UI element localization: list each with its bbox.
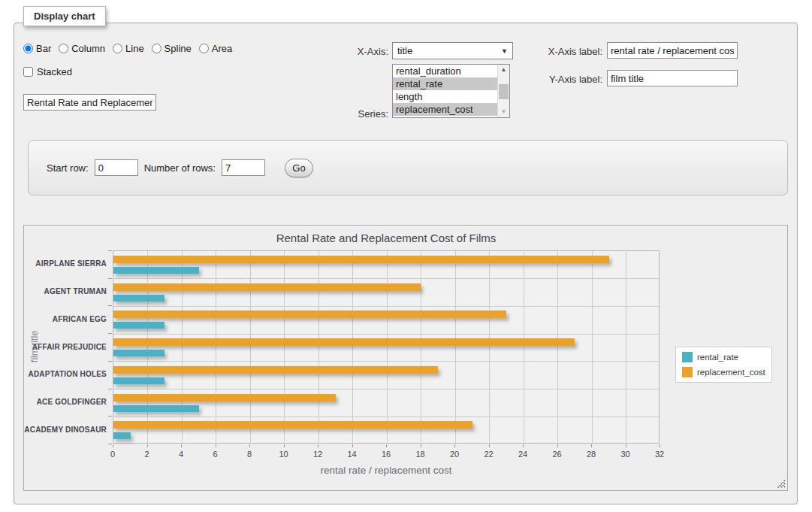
category-label: ACE GOLDFINGER (24, 398, 107, 406)
x-tick-mark (386, 444, 387, 447)
x-axis-select[interactable]: title ▼ (392, 42, 513, 59)
horizontal-gridline (113, 417, 659, 417)
chart-type-radio-line[interactable] (113, 44, 122, 53)
start-row-label: Start row: (47, 162, 89, 174)
y-tick-mark (108, 305, 112, 306)
x-axis-select-value: title (397, 45, 412, 56)
horizontal-gridline (113, 361, 659, 362)
x-tick-label: 30 (616, 450, 635, 459)
chart-type-radio-spline[interactable] (152, 44, 161, 53)
vertical-gridline (592, 251, 593, 443)
series-option-length[interactable]: length (393, 90, 497, 103)
x-tick-mark (216, 444, 216, 447)
x-axis-select-label: X-Axis: (313, 46, 388, 57)
y-tick-mark (108, 389, 112, 389)
x-tick-mark (626, 444, 626, 447)
x-tick-mark (454, 444, 455, 447)
x-tick-label: 4 (171, 450, 191, 459)
bar-replacement_cost (113, 366, 438, 374)
scroll-down-icon[interactable]: ▼ (498, 107, 509, 117)
vertical-gridline (182, 251, 183, 443)
bar-rental_rate (113, 377, 165, 384)
vertical-gridline (387, 251, 388, 443)
x-tick-mark (318, 444, 318, 447)
horizontal-gridline (113, 389, 659, 389)
chart-type-item-column: Column (59, 43, 105, 54)
bar-replacement_cost (113, 311, 506, 318)
category-label: ADAPTATION HOLES (24, 370, 107, 378)
rows-panel: Start row: Number of rows: Go (28, 140, 788, 195)
x-tick-label: 14 (343, 450, 362, 459)
bar-rental_rate (113, 322, 165, 329)
num-rows-input[interactable] (222, 159, 265, 176)
x-tick-mark (249, 444, 250, 447)
x-axis-label-input[interactable] (607, 42, 738, 59)
chart-legend: rental_ratereplacement_cost (675, 347, 772, 383)
plot-area (113, 250, 660, 444)
chart-title-input[interactable] (23, 94, 156, 111)
y-tick-mark (108, 278, 112, 279)
chart-type-item-bar: Bar (23, 43, 51, 54)
y-axis-label-input[interactable] (607, 70, 738, 86)
legend-label-rental_rate: rental_rate (697, 353, 738, 362)
vertical-gridline (352, 251, 353, 443)
series-option-rental_duration[interactable]: rental_duration (393, 65, 497, 77)
chart-type-label-bar: Bar (36, 43, 51, 54)
category-label: AIRPLANE SIERRA (24, 259, 107, 268)
x-tick-mark (591, 444, 592, 447)
num-rows-label: Number of rows: (144, 162, 216, 174)
start-row-input[interactable] (95, 159, 138, 176)
vertical-gridline (284, 251, 285, 443)
chart-type-label-area: Area (212, 43, 232, 54)
stacked-label: Stacked (37, 66, 72, 77)
y-tick-mark (108, 250, 112, 251)
legend-row-replacement_cost: replacement_cost (682, 367, 765, 377)
chart-type-radio-bar[interactable] (23, 44, 33, 53)
category-label: ACADEMY DINOSAUR (24, 426, 107, 434)
chart-title: Rental Rate and Replacement Cost of Film… (113, 232, 660, 244)
series-option-rental_rate[interactable]: rental_rate (393, 77, 497, 90)
chart-panel: Rental Rate and Replacement Cost of Film… (23, 225, 788, 491)
x-tick-mark (147, 444, 148, 447)
chart-type-label-column: Column (71, 43, 105, 54)
chart-type-radio-area[interactable] (199, 44, 209, 53)
legend-swatch-replacement_cost (682, 367, 693, 377)
x-tick-mark (352, 444, 353, 447)
horizontal-gridline (113, 306, 659, 307)
scroll-up-icon[interactable]: ▲ (498, 65, 509, 75)
resize-handle-icon[interactable] (776, 479, 786, 489)
y-tick-mark (108, 333, 112, 334)
bar-rental_rate (113, 267, 199, 274)
x-tick-label: 8 (240, 450, 259, 459)
stacked-checkbox[interactable] (23, 67, 33, 77)
bar-rental_rate (113, 295, 165, 301)
bar-replacement_cost (113, 338, 575, 346)
x-tick-label: 10 (274, 450, 294, 459)
x-axis-title: rental rate / replacement cost (113, 465, 660, 476)
vertical-gridline (557, 251, 558, 443)
chart-type-item-spline: Spline (152, 43, 192, 54)
series-scrollbar[interactable]: ▲ ▼ (497, 65, 509, 117)
series-listbox-label: Series: (313, 108, 388, 120)
vertical-gridline (250, 251, 251, 443)
x-tick-label: 26 (548, 450, 567, 459)
x-tick-label: 20 (445, 450, 464, 459)
go-button[interactable]: Go (285, 159, 313, 177)
series-listbox: rental_durationrental_ratelengthreplacem… (392, 64, 510, 118)
bar-rental_rate (113, 350, 165, 356)
chart-type-item-area: Area (199, 43, 232, 54)
series-option-replacement_cost[interactable]: replacement_cost (393, 103, 497, 116)
scrollbar-thumb[interactable] (499, 84, 509, 99)
chart-type-label-line: Line (125, 43, 144, 54)
x-tick-mark (557, 444, 558, 447)
vertical-gridline (318, 251, 319, 443)
x-tick-label: 28 (581, 450, 601, 459)
display-chart-fieldset: Display chart BarColumnLineSplineArea St… (14, 23, 798, 504)
x-tick-label: 0 (103, 450, 122, 459)
chart-type-radio-column[interactable] (59, 44, 68, 53)
vertical-gridline (455, 251, 456, 443)
x-tick-mark (113, 444, 113, 447)
vertical-gridline (147, 251, 148, 443)
x-tick-mark (660, 444, 660, 447)
bar-replacement_cost (113, 421, 472, 429)
